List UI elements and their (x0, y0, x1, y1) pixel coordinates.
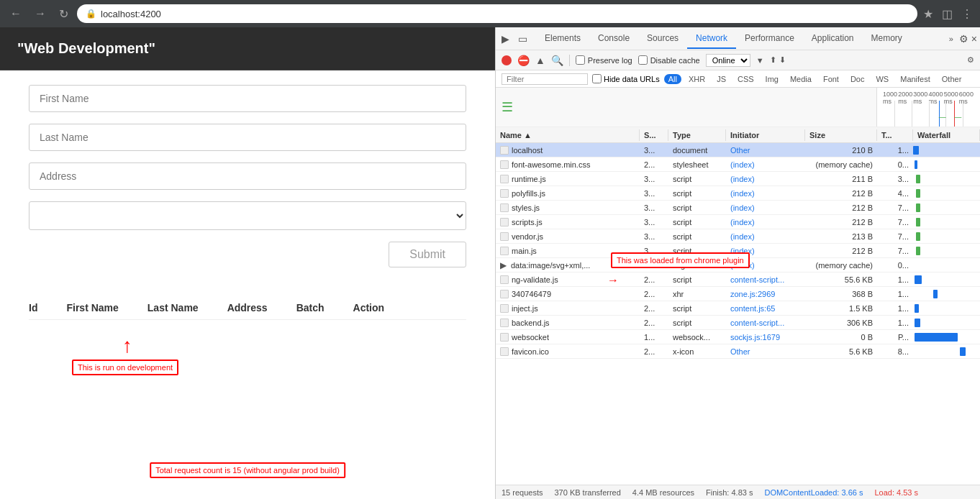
cell-name: vendor.js (496, 232, 640, 242)
file-icon (500, 319, 509, 327)
browser-actions: ★ ◫ ⋮ (922, 6, 974, 22)
star-button[interactable]: ★ (922, 6, 935, 22)
cell-time: 8... (877, 347, 913, 357)
cell-initiator: content.js:65 (726, 303, 805, 313)
header-time[interactable]: T... (877, 129, 913, 141)
header-status[interactable]: S... (640, 129, 668, 141)
toolbar-settings-icon[interactable]: ⚙ (967, 55, 974, 65)
inspect-icon[interactable]: ▶ (499, 30, 512, 47)
stop-button[interactable]: ⛔ (517, 55, 530, 66)
address-input[interactable] (29, 162, 466, 190)
cell-name: favicon.ico (496, 347, 640, 357)
search-icon[interactable]: 🔍 (551, 55, 563, 66)
filter-tag-other[interactable]: Other (938, 74, 966, 84)
last-name-input[interactable] (29, 124, 466, 151)
tab-network[interactable]: Network (687, 29, 736, 49)
filter-tag-doc[interactable]: Doc (846, 74, 869, 84)
preserve-log-checkbox[interactable] (576, 55, 585, 65)
table-row[interactable]: inject.js 2... script content.js:65 1.5 … (496, 301, 980, 316)
cell-type: xhr (668, 289, 726, 299)
tab-application[interactable]: Application (803, 29, 863, 49)
header-name[interactable]: Name ▲ (496, 129, 640, 141)
disable-cache-checkbox[interactable] (638, 55, 648, 65)
address-field (29, 162, 466, 190)
submit-button[interactable]: Submit (389, 242, 466, 267)
throttle-select[interactable]: Online (706, 54, 750, 67)
preserve-log-label[interactable]: Preserve log (576, 55, 632, 65)
cell-status: 3... (640, 232, 668, 242)
menu-button[interactable]: ⋮ (960, 6, 974, 22)
reload-button[interactable]: ↻ (55, 6, 73, 22)
cell-waterfall (913, 172, 980, 186)
address-bar[interactable]: 🔒 localhost:4200 (77, 4, 917, 23)
download-icon[interactable]: ⬇ (779, 55, 786, 65)
table-row[interactable]: backend.js 2... script content-script...… (496, 316, 980, 330)
annotated-row-container: ng-validate.js 2... script content-scrip… (496, 273, 980, 287)
devtools-close-icon[interactable]: × (971, 33, 977, 45)
header-initiator[interactable]: Initiator (726, 129, 805, 141)
record-button[interactable] (502, 55, 512, 65)
cell-name: websocket (496, 332, 640, 342)
filter-tag-all[interactable]: All (664, 74, 681, 84)
cell-size: 212 B (805, 217, 877, 227)
cell-name: runtime.js (496, 174, 640, 184)
first-name-input[interactable] (29, 85, 466, 112)
back-button[interactable]: ← (6, 6, 26, 22)
upload-icon[interactable]: ⬆ (770, 55, 776, 65)
filter-tag-media[interactable]: Media (786, 74, 816, 84)
disable-cache-label[interactable]: Disable cache (638, 55, 700, 65)
table-row[interactable]: font-awesome.min.css 2... stylesheet (in… (496, 157, 980, 172)
table-row[interactable]: runtime.js 3... script (index) 211 B 3..… (496, 172, 980, 186)
table-row[interactable]: 340746479 2... xhr zone.js:2969 368 B 1.… (496, 287, 980, 301)
filter-tag-xhr[interactable]: XHR (684, 74, 709, 84)
filter-tag-img[interactable]: Img (761, 74, 783, 84)
table-row[interactable]: vendor.js 3... script (index) 213 B 7... (496, 229, 980, 244)
filter-tag-css[interactable]: CSS (733, 74, 758, 84)
cell-status: 3... (640, 145, 668, 155)
table-row[interactable]: ng-validate.js 2... script content-scrip… (496, 273, 980, 287)
table-row[interactable]: websocket 1... websock... sockjs.js:1679… (496, 330, 980, 344)
table-row[interactable]: styles.js 3... script (index) 212 B 7... (496, 201, 980, 215)
tab-performance[interactable]: Performance (736, 29, 803, 49)
cell-size: 212 B (805, 188, 877, 198)
tab-memory[interactable]: Memory (863, 29, 911, 49)
table-row[interactable]: localhost 3... document Other 210 B 1... (496, 143, 980, 157)
more-tabs-button[interactable]: » (949, 35, 953, 43)
device-icon[interactable]: ▭ (515, 30, 530, 47)
devtools-settings-icon[interactable]: ⚙ (959, 33, 968, 45)
throttle-dropdown-icon[interactable]: ▼ (756, 56, 764, 65)
table-row[interactable]: polyfills.js 3... script (index) 212 B 4… (496, 186, 980, 201)
cell-waterfall (913, 229, 980, 244)
batch-select[interactable] (29, 201, 466, 230)
tab-console[interactable]: Console (589, 29, 638, 49)
marker-1000: 1000 ms (883, 91, 898, 105)
tab-elements[interactable]: Elements (536, 29, 589, 49)
header-type[interactable]: Type (668, 129, 726, 141)
filter-tag-ws[interactable]: WS (871, 74, 893, 84)
cell-size: (memory cache) (805, 260, 877, 270)
filter-input[interactable] (502, 73, 588, 85)
table-row[interactable]: favicon.ico 2... x-icon Other 5.6 KB 8..… (496, 344, 980, 359)
header-waterfall[interactable]: Waterfall (913, 129, 980, 141)
col-firstname: First Name (66, 302, 118, 313)
filter-tag-js[interactable]: JS (712, 74, 730, 84)
table-row[interactable]: scripts.js 3... script (index) 212 B 7..… (496, 215, 980, 229)
cell-status: 1... (640, 332, 668, 342)
tab-sources[interactable]: Sources (638, 29, 687, 49)
cell-time: 1... (877, 275, 913, 285)
header-size[interactable]: Size (805, 129, 877, 141)
hide-data-urls-label[interactable]: Hide data URLs (592, 74, 660, 83)
cell-time: 7... (877, 232, 913, 242)
filter-icon[interactable]: ▲ (535, 55, 545, 66)
dom-marker-icon: — (939, 113, 946, 121)
cell-size: 213 B (805, 232, 877, 242)
hide-data-urls-checkbox[interactable] (592, 74, 602, 83)
cell-waterfall (913, 287, 980, 301)
total-requests-label: Total request count is 15 (without angul… (150, 462, 345, 478)
filter-tag-manifest[interactable]: Manifest (896, 74, 935, 84)
cell-waterfall (913, 186, 980, 201)
filter-tag-font[interactable]: Font (819, 74, 843, 84)
col-id: Id (29, 302, 37, 313)
forward-button[interactable]: → (30, 6, 50, 22)
extension-button[interactable]: ◫ (940, 6, 954, 22)
